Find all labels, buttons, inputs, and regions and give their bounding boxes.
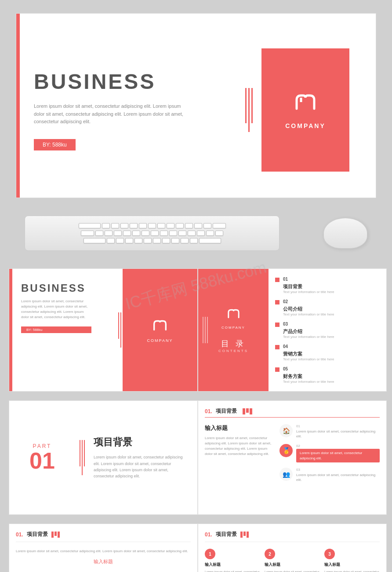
col-subtitle: 输入标题 [324, 562, 380, 568]
col-subtitle: 输入标题 [205, 562, 260, 568]
slide4-part-number: 01 [29, 449, 55, 472]
process-icon: 🥇 [279, 444, 293, 457]
col-number: 3 [324, 549, 335, 559]
toc-item-subtitle: Text your information or title here [283, 380, 334, 384]
company-name-label: COMPANY [285, 122, 326, 129]
toc-item-num: 03 [283, 322, 334, 326]
slide-4-part01: PART 01 项目背景 Lorem ipsum dolor sit amet,… [9, 400, 198, 515]
toc-item-title: 项目背景 [283, 284, 302, 289]
slide7-header-num: 01. [205, 532, 212, 538]
toc-item: 02 公司介绍 Text your information or title h… [275, 299, 380, 316]
slide2-description: Lorem ipsum dolor sit amet, consectetur … [21, 299, 91, 320]
slide1-by-badge: BY: 588ku [34, 139, 76, 150]
slide-5-project-bg: 01. 项目背景 输入标题 Lorem ipsum dolor sit amet… [198, 400, 387, 515]
slide6-header: 01. 项目背景 [16, 531, 191, 542]
toc-item: 01 项目背景 Text your information or title h… [275, 277, 380, 294]
toc-item-title: 产品介绍 [283, 329, 302, 334]
slide7-header-bars [240, 532, 249, 538]
slide2-by-badge: BY: 588ku [21, 326, 91, 333]
slide5-header: 01. 项目背景 [205, 407, 380, 418]
slide6-description: Lorem ipsum dolor sit amet, consectetur … [16, 549, 191, 554]
slide3-logo-icon [226, 307, 241, 323]
keyboard-section [16, 207, 376, 260]
slide-7: 01. 项目背景 1 输入标题 Lorem ipsum dolor sit am… [198, 524, 387, 572]
process-item: 👥 03 Lorem ipsum dolor sit amet, consect… [279, 468, 380, 482]
col-number: 2 [265, 549, 275, 559]
toc-item-title: 公司介绍 [283, 306, 302, 312]
left-accent-bar [16, 14, 20, 198]
slide7-header-title: 项目背景 [216, 531, 237, 538]
col-description: Lorem ipsum dolor sit amet, consectetur … [205, 570, 260, 572]
slide4-title: 项目背景 [94, 436, 189, 449]
slide3-toc-list: 01 项目背景 Text your information or title h… [269, 269, 386, 391]
slide5-header-num: 01. [205, 408, 212, 414]
toc-item-subtitle: Text your information or title here [283, 312, 334, 316]
toc-item-num: 02 [283, 299, 334, 304]
company-box: COMPANY [261, 48, 349, 172]
slide2-logo-icon [151, 318, 169, 336]
toc-dot [275, 345, 279, 349]
slide-3-toc: COMPANY 目 录 CONTENTS 01 项目背景 Text your i… [198, 268, 387, 392]
slide3-decorative-lines [203, 317, 208, 343]
toc-item-num: 05 [283, 367, 334, 371]
toc-dot [275, 367, 279, 372]
toc-item-subtitle: Text your information or title here [283, 357, 334, 361]
slide6-header-num: 01. [16, 532, 23, 538]
toc-item-subtitle: Text your information or title here [283, 290, 334, 294]
slide7-col: 2 输入标题 Lorem ipsum dolor sit amet, conse… [265, 549, 320, 572]
slide4-decorative-lines [80, 440, 85, 475]
slide3-toc-label: 目 录 [221, 338, 246, 349]
slide7-columns: 1 输入标题 Lorem ipsum dolor sit amet, conse… [205, 549, 380, 572]
toc-item-subtitle: Text your information or title here [283, 335, 334, 339]
slide4-part-area: PART 01 [9, 434, 75, 481]
slide3-company-name: COMPANY [221, 326, 245, 330]
toc-item: 03 产品介绍 Text your information or title h… [275, 322, 380, 339]
slide3-left-panel: COMPANY 目 录 CONTENTS [198, 269, 269, 391]
slide6-input-label: 输入标题 [16, 558, 191, 565]
toc-item: 04 营销方案 Text your information or title h… [275, 344, 380, 361]
slide5-left-content: 输入标题 Lorem ipsum dolor sit amet, consect… [205, 424, 275, 482]
col-subtitle: 输入标题 [265, 562, 320, 568]
slide5-header-bars [243, 408, 252, 414]
company-logo-icon [292, 91, 319, 118]
slide5-process-items: 🏠 01 Lorem ipsum dolor sit amet, consect… [279, 424, 380, 482]
slide7-col: 3 输入标题 Lorem ipsum dolor sit amet, conse… [324, 549, 380, 572]
process-num: 02 [296, 444, 380, 448]
slide7-col: 1 输入标题 Lorem ipsum dolor sit amet, conse… [205, 549, 260, 572]
process-icon: 🏠 [279, 424, 293, 437]
slide-6: 01. 项目背景 Lorem ipsum dolor sit amet, con… [9, 524, 198, 572]
toc-item-title: 财务方案 [283, 374, 302, 379]
slide-1: BUSINESS Lorem ipsum dolor sit amet, con… [16, 13, 376, 198]
slide2-company-name: COMPANY [147, 338, 173, 343]
slide4-description: Lorem ipsum dolor sit amet, consectetur … [94, 454, 189, 480]
slide5-header-title: 项目背景 [216, 407, 237, 415]
toc-item-num: 01 [283, 277, 334, 282]
slide5-subtitle: 输入标题 [205, 424, 275, 432]
process-text: Lorem ipsum dolor sit amet, consectetur … [296, 473, 380, 482]
slide7-header: 01. 项目背景 [205, 531, 380, 542]
slide1-description: Lorem ipsum dolor sit amet, consectetur … [34, 103, 188, 126]
slide2-left-bar [9, 269, 12, 391]
toc-dot [275, 300, 279, 304]
col-description: Lorem ipsum dolor sit amet, consectetur … [265, 570, 320, 572]
toc-item: 05 财务方案 Text your information or title h… [275, 367, 380, 384]
slide2-title: BUSINESS [21, 282, 91, 294]
slide3-toc-sublabel: CONTENTS [218, 349, 248, 353]
slide5-description: Lorem ipsum dolor sit amet, consectetur … [205, 436, 275, 457]
process-text: Lorem ipsum dolor sit amet, consectetur … [296, 449, 380, 462]
toc-dot [275, 278, 279, 282]
process-text: Lorem ipsum dolor sit amet, consectetur … [296, 429, 380, 439]
toc-dot [275, 323, 279, 327]
process-icon: 👥 [279, 468, 293, 481]
toc-item-num: 04 [283, 344, 334, 349]
process-num: 03 [296, 468, 380, 472]
slide6-header-bars [51, 532, 60, 538]
keyboard-image [25, 216, 279, 251]
slide-2: BUSINESS Lorem ipsum dolor sit amet, con… [9, 268, 198, 392]
slide6-header-title: 项目背景 [27, 531, 48, 538]
col-description: Lorem ipsum dolor sit amet, consectetur … [324, 570, 380, 572]
decorative-lines [245, 88, 253, 132]
toc-item-title: 营销方案 [283, 351, 302, 356]
mouse-image [323, 218, 367, 249]
process-num: 01 [296, 424, 380, 428]
